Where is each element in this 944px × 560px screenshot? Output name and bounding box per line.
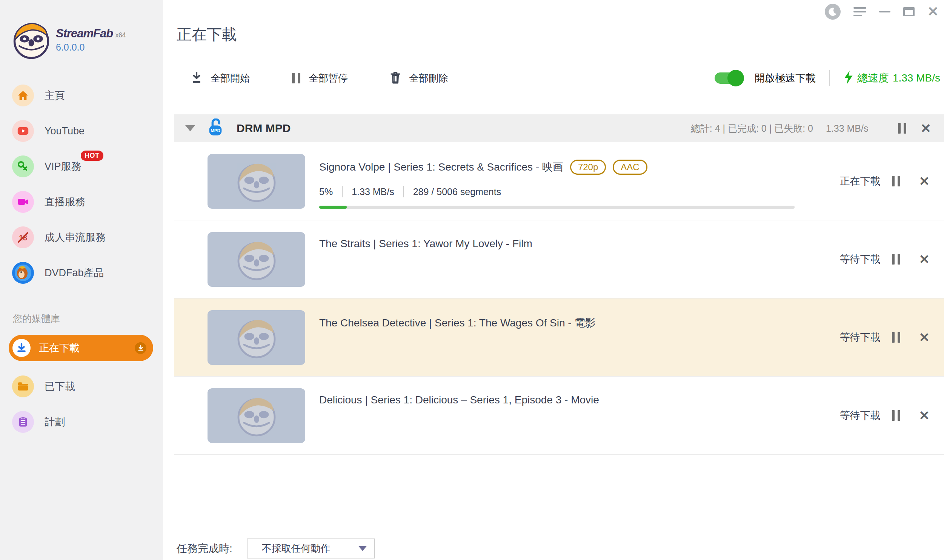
row-close-button[interactable]: ✕ bbox=[918, 251, 932, 267]
row-pause-button[interactable] bbox=[890, 174, 902, 188]
chevron-down-icon bbox=[358, 546, 367, 551]
minimize-icon[interactable] bbox=[879, 11, 890, 12]
sidebar-item-label: 主頁 bbox=[45, 89, 65, 102]
video-camera-icon bbox=[12, 191, 34, 213]
row-close-button[interactable]: ✕ bbox=[918, 329, 932, 345]
sidebar-item-label: 已下載 bbox=[45, 380, 75, 393]
start-all-button[interactable]: 全部開始 bbox=[191, 72, 250, 85]
sidebar-item-home[interactable]: 主頁 bbox=[0, 78, 163, 113]
row-close-button[interactable]: ✕ bbox=[918, 408, 932, 423]
sidebar-item-adult-streaming[interactable]: 18 成人串流服務 bbox=[0, 220, 163, 255]
sidebar-item-label: 計劃 bbox=[45, 415, 65, 429]
row-pause-button[interactable] bbox=[890, 252, 902, 266]
app-version: 6.0.0.0 bbox=[56, 42, 126, 53]
download-title: The Straits | Series 1: Yawor My Lovely … bbox=[319, 238, 532, 250]
download-row[interactable]: Signora Volpe | Series 1: Secrets & Sacr… bbox=[174, 142, 944, 220]
pause-bars-icon bbox=[292, 73, 300, 83]
download-row[interactable]: Delicious | Series 1: Delicious – Series… bbox=[174, 377, 944, 455]
download-title: Signora Volpe | Series 1: Secrets & Sacr… bbox=[319, 160, 563, 174]
row-pause-button[interactable] bbox=[890, 409, 902, 422]
pause-all-button[interactable]: 全部暫停 bbox=[292, 72, 348, 85]
toolbar: 全部開始 全部暫停 全部刪除 開啟極速下載 總速度1.33 MB/s bbox=[191, 68, 940, 88]
download-speed: 1.33 MB/s bbox=[352, 186, 394, 197]
row-pause-button[interactable] bbox=[890, 331, 902, 344]
sidebar-item-label: 正在下載 bbox=[39, 341, 80, 355]
group-close-button[interactable]: ✕ bbox=[919, 120, 933, 136]
turbo-toggle-label: 開啟極速下載 bbox=[755, 71, 816, 85]
collapse-caret-icon[interactable] bbox=[185, 125, 195, 131]
download-title: Delicious | Series 1: Delicious – Series… bbox=[319, 394, 599, 406]
svg-text:MPD: MPD bbox=[211, 128, 220, 133]
sidebar-item-downloaded[interactable]: 已下載 bbox=[0, 369, 163, 404]
download-row[interactable]: The Straits | Series 1: Yawor My Lovely … bbox=[174, 220, 944, 298]
video-thumbnail bbox=[208, 232, 305, 287]
audio-codec-badge: AAC bbox=[613, 160, 647, 175]
divider bbox=[829, 70, 830, 86]
downloading-count-badge-icon bbox=[135, 342, 146, 354]
sidebar-item-label: 成人串流服務 bbox=[45, 231, 106, 244]
sidebar-item-dvdfab[interactable]: DVDFab產品 bbox=[0, 255, 163, 291]
app-arch: x64 bbox=[115, 31, 126, 39]
lightning-bolt-icon bbox=[844, 71, 853, 86]
video-thumbnail bbox=[208, 154, 305, 209]
delete-all-button[interactable]: 全部刪除 bbox=[390, 72, 448, 85]
group-header: MPD DRM MPD 總計: 4 | 已完成: 0 | 已失敗: 0 1.33… bbox=[174, 114, 944, 142]
status-text: 等待下載 bbox=[840, 252, 881, 266]
sidebar-item-live-streaming[interactable]: 直播服務 bbox=[0, 184, 163, 220]
download-arrow-icon bbox=[191, 72, 202, 85]
sidebar-item-vip[interactable]: VIP服務 HOT bbox=[0, 149, 163, 184]
video-thumbnail bbox=[208, 310, 305, 365]
sidebar-item-label: DVDFab產品 bbox=[45, 266, 104, 280]
video-thumbnail bbox=[208, 388, 305, 443]
streamfab-sloth-logo-icon bbox=[11, 20, 51, 60]
main-content: ✕ 正在下載 全部開始 全部暫停 全部刪除 開啟極速下載 bbox=[163, 0, 944, 560]
sidebar-item-plan[interactable]: 計劃 bbox=[0, 404, 163, 440]
plan-clipboard-icon bbox=[12, 411, 34, 433]
status-text: 等待下載 bbox=[840, 409, 881, 422]
group-pause-button[interactable] bbox=[896, 122, 908, 135]
library-section-label: 您的媒體庫 bbox=[13, 312, 163, 325]
progress-meta: 5% 1.33 MB/s 289 / 5006 segments bbox=[319, 186, 840, 197]
dvdfab-monkey-icon bbox=[12, 262, 34, 284]
task-complete-label: 任務完成時: bbox=[177, 542, 232, 556]
menu-icon[interactable] bbox=[853, 7, 866, 16]
row-close-button[interactable]: ✕ bbox=[918, 173, 932, 189]
close-icon[interactable]: ✕ bbox=[927, 5, 939, 18]
key-icon bbox=[12, 155, 34, 177]
task-complete-dropdown[interactable]: 不採取任何動作 bbox=[247, 538, 375, 558]
turbo-toggle[interactable] bbox=[715, 72, 743, 84]
page-title: 正在下載 bbox=[177, 24, 944, 45]
total-speed-value: 1.33 MB/s bbox=[893, 72, 940, 84]
downloading-icon bbox=[12, 339, 31, 357]
sidebar-item-youtube[interactable]: YouTube bbox=[0, 113, 163, 149]
library-nav: 正在下載 已下載 計劃 bbox=[0, 335, 163, 440]
total-speed-label: 總速度 bbox=[857, 71, 889, 85]
progress-bar bbox=[319, 206, 795, 209]
resolution-badge: 720p bbox=[570, 160, 606, 175]
sidebar-item-label: YouTube bbox=[45, 125, 85, 137]
history-moon-icon[interactable] bbox=[825, 4, 841, 20]
sidebar-item-downloading[interactable]: 正在下載 bbox=[9, 335, 153, 361]
status-text: 正在下載 bbox=[840, 174, 881, 188]
group-speed: 1.33 MB/s bbox=[826, 123, 869, 134]
home-icon bbox=[12, 85, 34, 106]
hot-badge: HOT bbox=[81, 151, 103, 161]
sidebar-item-label: 直播服務 bbox=[45, 195, 85, 209]
download-group-panel: MPD DRM MPD 總計: 4 | 已完成: 0 | 已失敗: 0 1.33… bbox=[174, 114, 944, 455]
app-name: StreamFab bbox=[56, 27, 113, 40]
segments-count: 289 / 5006 segments bbox=[413, 186, 501, 197]
trash-icon bbox=[390, 72, 401, 85]
folder-icon bbox=[12, 375, 34, 397]
status-text: 等待下載 bbox=[840, 331, 881, 344]
progress-percent: 5% bbox=[319, 186, 333, 197]
maximize-icon[interactable] bbox=[903, 7, 915, 16]
mpd-drm-lock-icon: MPD bbox=[207, 118, 224, 138]
app-logo-block: StreamFabx64 6.0.0.0 bbox=[0, 0, 163, 60]
download-row[interactable]: The Chelsea Detective | Series 1: The Wa… bbox=[174, 298, 944, 377]
sidebar-nav: 主頁 YouTube VIP服務 HOT 直播服務 18 bbox=[0, 78, 163, 291]
group-stats: 總計: 4 | 已完成: 0 | 已失敗: 0 bbox=[691, 122, 813, 135]
sidebar: StreamFabx64 6.0.0.0 主頁 YouTube VIP服務 HO… bbox=[0, 0, 163, 560]
window-controls: ✕ bbox=[825, 4, 939, 20]
dropdown-selected-value: 不採取任何動作 bbox=[262, 542, 331, 555]
group-name: DRM MPD bbox=[237, 122, 291, 135]
